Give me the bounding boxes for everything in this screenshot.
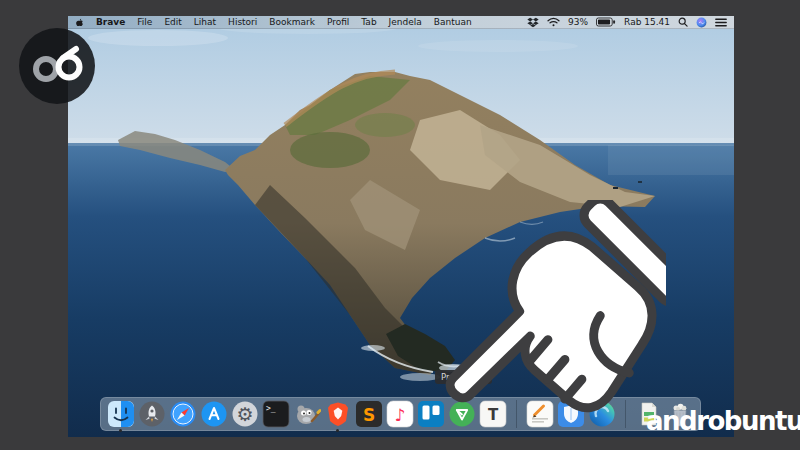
androbuntu-logo [19, 28, 95, 104]
menu-item-bookmark[interactable]: Bookmark [269, 17, 315, 27]
dock-item-music[interactable]: ♪ [386, 400, 414, 428]
menu-bar-clock[interactable]: Rab 15.41 [624, 17, 670, 27]
battery-icon[interactable] [596, 17, 616, 27]
menu-item-bantuan[interactable]: Bantuan [434, 17, 472, 27]
battery-percent: 93% [568, 17, 588, 27]
wifi-icon[interactable] [547, 17, 560, 27]
menu-bar-status: 93% Rab 15.41 [527, 17, 727, 28]
androbuntu-logo-icon [19, 28, 95, 104]
dropbox-icon[interactable] [527, 17, 539, 28]
dock-item-finder[interactable] [107, 400, 135, 428]
menu-item-lihat[interactable]: Lihat [194, 17, 216, 27]
dock-item-terminal[interactable]: >_ [262, 400, 290, 428]
running-indicator [336, 429, 339, 432]
svg-text:>_: >_ [266, 404, 276, 413]
spotlight-search-icon[interactable] [678, 17, 688, 27]
watermark: androbuntu [646, 406, 800, 436]
apple-logo-icon [75, 17, 84, 28]
framed-screenshot: Brave FileEditLihatHistoriBookmarkProfil… [0, 0, 800, 450]
menu-item-file[interactable]: File [137, 17, 152, 27]
dock-item-appstore[interactable] [200, 400, 228, 428]
notification-center-icon[interactable] [715, 18, 727, 27]
dock-item-safari[interactable] [169, 400, 197, 428]
svg-text:⚙: ⚙ [236, 403, 253, 425]
dock-item-brave[interactable] [324, 400, 352, 428]
menu-item-tab[interactable]: Tab [361, 17, 376, 27]
macos-desktop: Brave FileEditLihatHistoriBookmarkProfil… [68, 16, 734, 437]
running-indicator [119, 429, 122, 432]
siri-icon[interactable] [696, 17, 707, 28]
menu-items: FileEditLihatHistoriBookmarkProfilTabJen… [137, 17, 471, 27]
dock-item-sublime[interactable]: S [355, 400, 383, 428]
apple-menu[interactable] [75, 17, 84, 28]
active-app-name[interactable]: Brave [96, 17, 125, 27]
menu-item-profil[interactable]: Profil [327, 17, 349, 27]
menu-item-histori[interactable]: Histori [228, 17, 257, 27]
menu-item-jendela[interactable]: Jendela [389, 17, 422, 27]
dock-item-prefs[interactable]: ⚙ [231, 400, 259, 428]
menu-bar: Brave FileEditLihatHistoriBookmarkProfil… [68, 16, 734, 29]
menu-bar-left: Brave FileEditLihatHistoriBookmarkProfil… [75, 17, 472, 28]
svg-text:♪: ♪ [395, 405, 406, 425]
dock-item-gimp[interactable] [293, 400, 321, 428]
dock-item-launchpad[interactable] [138, 400, 166, 428]
menu-item-edit[interactable]: Edit [164, 17, 181, 27]
svg-text:S: S [363, 405, 375, 425]
pointing-hand-cursor [418, 200, 666, 437]
